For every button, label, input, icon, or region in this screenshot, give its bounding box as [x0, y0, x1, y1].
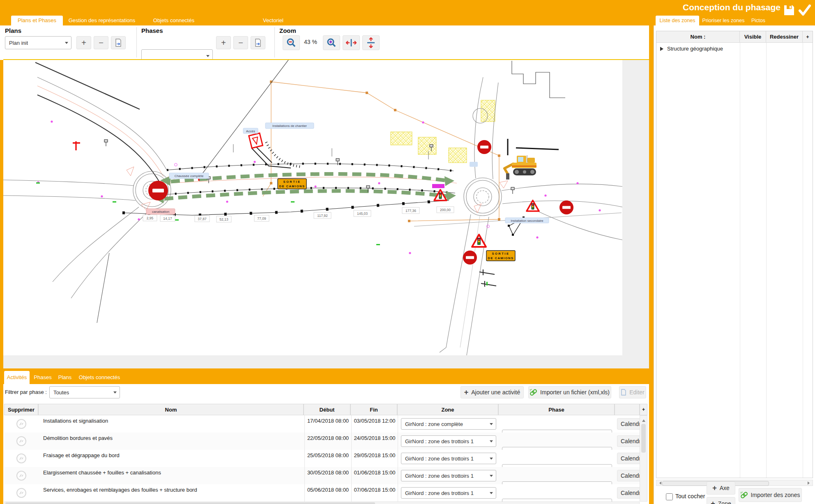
tab-objets-connectes-bottom[interactable]: Objets connectés [77, 371, 122, 384]
plan-viewport[interactable]: SORTIE DE CAMIONS SORTIE DE CAMIONS Chau… [3, 59, 649, 368]
calendar-label: Calendr [621, 472, 640, 479]
delete-activity-button[interactable] [4, 433, 38, 450]
delete-activity-button[interactable] [4, 484, 38, 502]
tab-pictos[interactable]: Pictos [748, 16, 769, 25]
page-title: Conception du phasage [683, 2, 780, 12]
tab-objets-connectes[interactable]: Objets connectés [141, 16, 207, 25]
toolbar-separator [136, 27, 137, 58]
save-button[interactable] [783, 4, 796, 18]
calendar-button[interactable]: Calendr [617, 487, 640, 499]
svg-text:DE CAMIONS: DE CAMIONS [488, 256, 514, 260]
tab-activites[interactable]: Activités [4, 371, 30, 384]
fit-width-button[interactable] [343, 35, 360, 50]
tab-phases[interactable]: Phases [32, 371, 53, 384]
col-header-zone[interactable]: Zone [397, 404, 498, 415]
import-zones-button[interactable]: Importer des zones [739, 488, 802, 502]
activity-name: Fraisage et dégrappage du bord [43, 450, 302, 467]
plans-select[interactable]: Plan init [5, 36, 71, 49]
fit-height-icon [366, 37, 375, 48]
link-icon [741, 492, 748, 498]
zones-col-redessiner[interactable]: Redessiner [766, 31, 803, 43]
document-export-icon [254, 39, 262, 47]
no-entry-sign [463, 251, 477, 265]
add-zone-button[interactable]: + Zone [707, 497, 735, 504]
tab-plans[interactable]: Plans [56, 371, 74, 384]
table-row[interactable]: Installations et signalisation 17/04/201… [4, 415, 640, 433]
table-row[interactable]: Services, enrobages et remblayages des f… [4, 484, 640, 502]
zones-col-visible[interactable]: Visible [740, 31, 766, 43]
edit-page-icon [621, 389, 626, 396]
calendar-button[interactable]: Calendr [617, 470, 640, 481]
tab-vectoriel[interactable]: Vectoriel [230, 16, 316, 25]
col-header-fin[interactable]: Fin [350, 404, 397, 415]
delete-activity-button[interactable] [4, 450, 38, 467]
svg-text:Chaussée complète: Chaussée complète [175, 174, 204, 178]
delete-activity-button[interactable] [4, 467, 38, 484]
delete-activity-button[interactable] [4, 415, 38, 433]
add-activity-button[interactable]: + Ajouter une activité [460, 386, 524, 398]
table-row[interactable]: Elargissement chaussée + fouilles + cana… [4, 467, 640, 485]
plus-icon: + [221, 38, 226, 48]
zoom-section-label: Zoom [279, 27, 296, 34]
activity-debut: 17/04/2018 08:00 [304, 415, 351, 433]
activities-vertical-scrollbar[interactable] [640, 415, 647, 502]
tab-liste-des-zones[interactable]: Liste des zones [656, 16, 699, 25]
fit-height-button[interactable] [362, 35, 380, 50]
activity-name: Démolition bordures et pavés [43, 433, 302, 450]
svg-text:177,36: 177,36 [405, 209, 416, 213]
application-window: { "app": { "title": "Conception du phasa… [0, 0, 815, 504]
zones-add-column-button[interactable]: + [803, 31, 813, 43]
svg-text:DE CAMIONS: DE CAMIONS [279, 184, 305, 188]
chevron-down-icon [113, 391, 117, 395]
add-plan-button[interactable]: + [76, 36, 91, 49]
svg-text:Installation secondaire: Installation secondaire [511, 219, 543, 223]
tab-prioriser-les-zones[interactable]: Prioriser les zones [699, 16, 748, 25]
edit-activity-button[interactable]: Editer [619, 386, 646, 398]
table-row[interactable]: Fraisage et dégrappage du bord 25/05/201… [4, 450, 640, 467]
truck-exit-sign: SORTIE DE CAMIONS [278, 179, 306, 189]
col-header-supprimer[interactable]: Supprimer [4, 404, 38, 415]
zones-col-nom[interactable]: Nom : [656, 31, 740, 43]
calendar-button[interactable]: Calendr [617, 418, 640, 430]
zoom-in-button[interactable] [323, 35, 340, 50]
add-axe-button[interactable]: + Axe [707, 481, 735, 495]
phase-filter-select[interactable]: Toutes [49, 386, 120, 398]
col-header-debut[interactable]: Début [304, 404, 350, 415]
svg-text:52,13: 52,13 [219, 217, 228, 221]
zoom-out-button[interactable] [283, 35, 300, 50]
delete-icon [16, 488, 27, 498]
svg-text:Installations de chantier: Installations de chantier [272, 124, 307, 128]
activity-zone-select[interactable]: GirNord : zone des trottoirs 1 [401, 470, 496, 481]
remove-phase-button[interactable]: − [233, 36, 248, 49]
activities-horizontal-scrollbar[interactable] [4, 502, 640, 504]
link-icon [530, 389, 537, 396]
svg-text:SORTIE: SORTIE [492, 252, 510, 255]
calendar-button[interactable]: Calendr [617, 453, 640, 464]
col-header-phase[interactable]: Phase [498, 404, 615, 415]
zones-tree-row[interactable]: Structure géographique [656, 43, 813, 55]
check-all-checkbox[interactable] [666, 493, 673, 500]
validate-button[interactable] [798, 4, 812, 18]
site-plan-canvas[interactable]: SORTIE DE CAMIONS SORTIE DE CAMIONS Chau… [3, 60, 649, 368]
activity-zone-select[interactable]: GirNord : zone des trottoirs 1 [401, 487, 496, 499]
add-phase-button[interactable]: + [216, 36, 231, 49]
activity-zone-select[interactable]: GirNord : zone des trottoirs 1 [401, 435, 496, 447]
minus-icon: − [238, 38, 243, 48]
export-phase-button[interactable] [251, 36, 265, 49]
zoom-in-icon [327, 38, 336, 48]
tab-plans-et-phases[interactable]: Plans et Phases [11, 16, 63, 25]
activity-zone-select[interactable]: GirNord : zone complète [401, 418, 496, 430]
tab-gestion-representations[interactable]: Gestion des représentations [63, 16, 141, 25]
activity-zone-select[interactable]: GirNord : zone des trottoirs 1 [401, 453, 496, 464]
col-header-nom[interactable]: Nom [38, 404, 304, 415]
remove-plan-button[interactable]: − [94, 36, 108, 49]
table-row[interactable]: Démolition bordures et pavés 22/05/2018 … [4, 433, 640, 450]
calendar-button[interactable]: Calendr [617, 435, 640, 447]
expand-arrow-icon[interactable] [660, 46, 664, 51]
import-file-button[interactable]: Importer un fichier (xml,xls) [528, 386, 611, 398]
add-axe-label: Axe [720, 485, 730, 491]
export-plan-button[interactable] [111, 36, 126, 49]
toolbar-separator [274, 27, 275, 58]
add-column-button[interactable]: + [640, 404, 647, 415]
activity-name: Installations et signalisation [43, 415, 302, 433]
